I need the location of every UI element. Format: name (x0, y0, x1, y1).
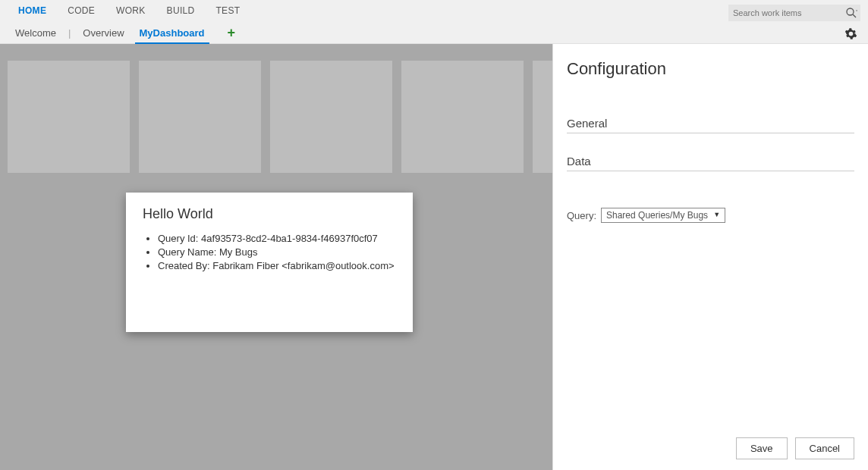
settings-gear-icon[interactable] (844, 27, 857, 40)
nav-work[interactable]: WORK (105, 1, 156, 20)
svg-line-1 (853, 14, 856, 17)
main-area: Hello World Query Id: 4af93573-8cd2-4ba1… (0, 44, 868, 470)
header-bar: HOME CODE WORK BUILD TEST Welcome | Over… (0, 0, 868, 44)
query-label: Query: (567, 210, 596, 221)
dashboard-canvas: Hello World Query Id: 4af93573-8cd2-4ba1… (0, 44, 552, 470)
tile-placeholder[interactable] (139, 61, 261, 173)
tab-separator: | (64, 27, 75, 39)
query-select[interactable]: Shared Queries/My Bugs (601, 208, 725, 223)
query-row: Query: Shared Queries/My Bugs (567, 208, 854, 223)
svg-point-0 (847, 8, 854, 15)
tile-placeholder[interactable] (401, 61, 524, 173)
widget-card[interactable]: Hello World Query Id: 4af93573-8cd2-4ba1… (126, 193, 413, 332)
tab-welcome[interactable]: Welcome (8, 24, 64, 42)
nav-home[interactable]: HOME (8, 1, 57, 20)
widget-details-list: Query Id: 4af93573-8cd2-4ba1-9834-f46937… (143, 233, 396, 271)
save-button[interactable]: Save (736, 437, 788, 459)
config-panel-title: Configuration (567, 59, 854, 79)
nav-test[interactable]: TEST (205, 1, 250, 20)
nav-build[interactable]: BUILD (156, 1, 206, 20)
panel-footer: Save Cancel (567, 437, 854, 459)
add-tab-button[interactable]: + (220, 25, 244, 41)
search-input[interactable] (728, 6, 842, 20)
tab-overview[interactable]: Overview (75, 24, 131, 42)
section-general[interactable]: General (567, 117, 854, 133)
search-icon[interactable] (842, 7, 860, 19)
tile-placeholder[interactable] (533, 61, 552, 173)
sub-nav: Welcome | Overview MyDashboard + (0, 21, 868, 44)
search-box[interactable] (728, 5, 860, 21)
section-data[interactable]: Data (567, 155, 854, 171)
widget-detail-line: Query Id: 4af93573-8cd2-4ba1-9834-f46937… (158, 233, 396, 244)
widget-title: Hello World (143, 206, 396, 222)
tab-mydashboard[interactable]: MyDashboard (132, 24, 212, 42)
tile-row (0, 44, 552, 173)
widget-detail-line: Created By: Fabrikam Fiber <fabrikam@out… (158, 260, 396, 271)
cancel-button[interactable]: Cancel (795, 437, 854, 459)
widget-detail-line: Query Name: My Bugs (158, 246, 396, 258)
configuration-panel: Configuration General Data Query: Shared… (552, 44, 868, 470)
nav-code[interactable]: CODE (57, 1, 105, 20)
tile-placeholder[interactable] (8, 61, 130, 173)
tile-placeholder[interactable] (270, 61, 392, 173)
